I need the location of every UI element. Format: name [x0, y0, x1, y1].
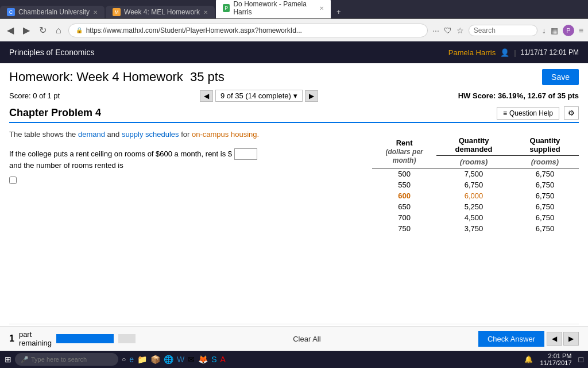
taskbar-action-center[interactable]: □	[579, 355, 583, 358]
hw-score-display: HW Score: 36.19%, 12.67 of 35 pts	[458, 91, 579, 100]
nav-progress-text: 9 of 35 (14 complete)	[220, 91, 291, 100]
table-row: 7503,7506,750	[372, 223, 579, 234]
dropdown-icon: ▾	[293, 91, 297, 100]
taskbar-apps-icon[interactable]: 📦	[150, 355, 160, 358]
tab-mel[interactable]: M Week 4: MEL Homework ✕	[106, 6, 215, 18]
forward-button[interactable]: ▶	[21, 24, 32, 37]
download-icon[interactable]: ↓	[542, 26, 546, 35]
part-details: part remaining	[19, 330, 52, 347]
taskbar-word-icon[interactable]: W	[177, 355, 184, 358]
taskbar-time: 2:01 PM	[540, 352, 571, 358]
demanded-cell: 6,750	[436, 179, 511, 190]
rent-cell: 550	[372, 179, 436, 190]
table-row: 6006,0006,750	[372, 190, 579, 201]
start-button[interactable]: ⊞	[5, 355, 11, 358]
table-row: 7004,5006,750	[372, 212, 579, 223]
hw-score-label: HW Score:	[458, 91, 496, 100]
menu-icon[interactable]: ≡	[579, 26, 583, 35]
prev-answer-button[interactable]: ◀	[547, 332, 562, 346]
part-info: 1 part remaining	[9, 330, 136, 347]
search-input[interactable]	[469, 25, 537, 36]
taskbar-explorer-icon[interactable]: 📁	[137, 355, 147, 358]
checkbox-area	[9, 177, 355, 186]
question-text-2: and the number of rooms rented is	[9, 160, 123, 172]
taskbar-skype-icon[interactable]: S	[211, 355, 216, 358]
question-help-button[interactable]: ≡ Question Help	[497, 107, 559, 120]
problem-right: Rent (dollars per month) Quantity demand…	[372, 129, 579, 318]
taskbar-edge-icon[interactable]: e	[129, 355, 134, 358]
nav-progress-display[interactable]: 9 of 35 (14 complete) ▾	[215, 90, 303, 102]
rent-cell: 650	[372, 201, 436, 212]
part-label: part	[19, 330, 52, 339]
check-answer-button[interactable]: Check Answer	[478, 331, 544, 347]
lock-icon: 🔒	[76, 27, 83, 33]
taskbar-cortana: ○	[122, 355, 126, 358]
tab-close-chamberlain[interactable]: ✕	[93, 9, 98, 16]
system-time: 2:01 PM 11/17/2017	[540, 352, 571, 358]
taskbar-search-input[interactable]	[31, 356, 106, 358]
demanded-cell: 7,500	[436, 168, 511, 180]
clear-all-button[interactable]: Clear All	[293, 335, 320, 343]
demanded-cell: 4,500	[436, 212, 511, 223]
rent-cell: 750	[372, 223, 436, 234]
data-table: Rent (dollars per month) Quantity demand…	[372, 135, 579, 234]
taskbar-right: 🔔 2:01 PM 11/17/2017 □	[524, 352, 583, 358]
home-button[interactable]: ⌂	[53, 24, 64, 37]
question-input-row: If the college puts a rent ceiling on ro…	[9, 148, 355, 172]
taskbar-adobe-icon[interactable]: A	[220, 355, 226, 358]
prev-question-button[interactable]: ◀	[200, 90, 213, 102]
star-icon[interactable]: ☆	[457, 26, 464, 35]
tab-chamberlain[interactable]: C Chamberlain University ✕	[0, 6, 105, 18]
taskbar-email-icon[interactable]: ✉	[188, 355, 195, 358]
tab-favicon-mel: M	[113, 8, 121, 16]
taskbar-firefox-icon[interactable]: 🦊	[198, 355, 208, 358]
settings-gear-button[interactable]: ⚙	[564, 106, 579, 120]
divider: |	[514, 48, 516, 57]
supplied-cell: 6,750	[511, 190, 579, 201]
taskbar-search[interactable]: 🎤	[15, 353, 118, 358]
tab-bar: C Chamberlain University ✕ M Week 4: MEL…	[0, 0, 588, 18]
answer-checkbox[interactable]	[9, 177, 17, 184]
url-bar[interactable]: 🔒 https://www.mathxl.com/Student/PlayerH…	[68, 24, 428, 37]
rent-answer-input[interactable]	[234, 148, 257, 160]
taskbar-chrome-icon[interactable]: 🌐	[164, 355, 173, 358]
supplied-cell: 6,750	[511, 223, 579, 234]
supplied-cell: 6,750	[511, 212, 579, 223]
hw-pts: 35 pts	[190, 70, 225, 84]
chapter-tools: ≡ Question Help ⚙	[497, 106, 579, 120]
highlight-housing: on-campus housing.	[192, 130, 259, 139]
extensions-icon[interactable]: ▦	[551, 26, 558, 35]
next-answer-button[interactable]: ▶	[563, 332, 579, 346]
remaining-label: remaining	[19, 339, 52, 347]
nav-controls: ◀ 9 of 35 (14 complete) ▾ ▶	[200, 90, 318, 102]
tab-add-button[interactable]: +	[332, 5, 346, 18]
app-title: Principles of Economics	[9, 48, 95, 57]
datetime-display: 11/17/17 12:01 PM	[521, 48, 579, 56]
hw-title-text: Homework: Week 4 Homework	[9, 70, 183, 84]
part-number: 1	[9, 334, 14, 344]
progress-bar-empty	[118, 334, 136, 343]
address-bar: ◀ ▶ ↻ ⌂ 🔒 https://www.mathxl.com/Student…	[0, 18, 588, 41]
reload-button[interactable]: ↻	[37, 24, 49, 37]
tab-dohomework[interactable]: P Do Homework - Pamela Harris ✕	[216, 0, 331, 18]
back-button[interactable]: ◀	[5, 24, 16, 37]
question-help-label: Question Help	[509, 109, 553, 117]
table-row: 5007,5006,750	[372, 168, 579, 180]
col-rent-header: Rent (dollars per month)	[372, 135, 436, 168]
col-demanded-header: Quantity demanded	[436, 135, 511, 156]
hw-score-value: 36.19%, 12.67 of 35 pts	[498, 91, 579, 100]
score-nav: Score: 0 of 1 pt ◀ 9 of 35 (14 complete)…	[9, 90, 579, 102]
table-row: 5506,7506,750	[372, 179, 579, 190]
gear-icon: ⚙	[568, 109, 575, 117]
next-question-button[interactable]: ▶	[305, 90, 318, 102]
tab-favicon-chamberlain: C	[7, 8, 15, 16]
highlight-demand: demand	[78, 130, 105, 139]
dots-icon[interactable]: ···	[432, 26, 439, 35]
profile-icon[interactable]: P	[563, 25, 574, 36]
col-rent-sub: (dollars per month)	[385, 148, 423, 164]
save-button[interactable]: Save	[542, 69, 579, 85]
tab-close-dohw[interactable]: ✕	[319, 5, 324, 12]
mic-icon: 🎤	[21, 356, 29, 359]
tab-close-mel[interactable]: ✕	[203, 9, 208, 16]
check-answer-bar: 1 part remaining Clear All Check Answer …	[0, 326, 588, 351]
